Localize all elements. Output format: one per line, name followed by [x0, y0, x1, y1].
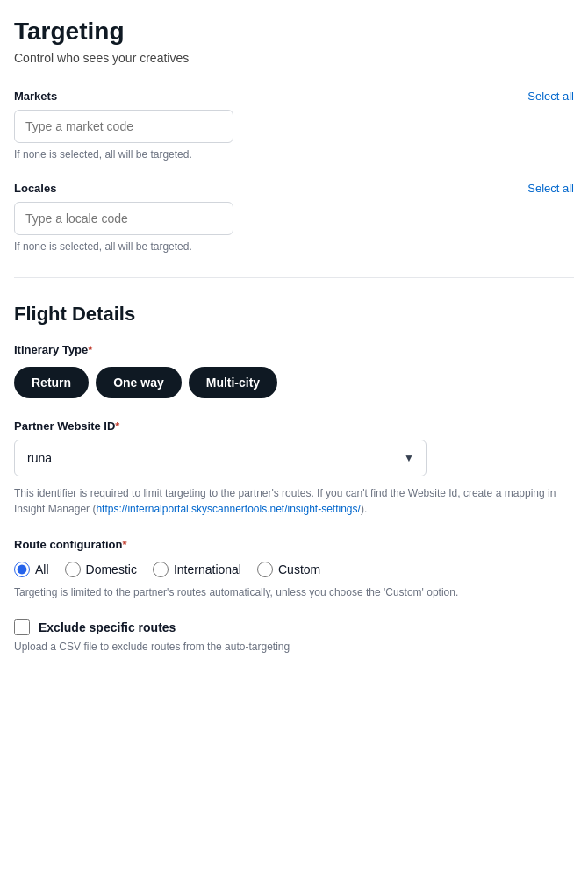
locales-label: Locales — [14, 182, 56, 195]
exclude-routes-section: Exclude specific routes Upload a CSV fil… — [14, 619, 574, 653]
route-radio-custom[interactable] — [257, 562, 273, 577]
insight-manager-link[interactable]: https://internalportal.skyscannertools.n… — [96, 503, 361, 515]
partner-website-id-group: Partner Website ID* runa ▼ This identifi… — [14, 419, 574, 517]
partner-website-select-wrapper: runa ▼ — [14, 440, 427, 476]
locales-field-header: Locales Select all — [14, 182, 574, 195]
section-divider — [14, 277, 574, 278]
partner-website-info: This identifier is required to limit tar… — [14, 485, 574, 517]
itinerary-multicity-button[interactable]: Multi-city — [189, 367, 277, 398]
itinerary-return-button[interactable]: Return — [14, 367, 89, 398]
exclude-routes-label[interactable]: Exclude specific routes — [39, 620, 176, 634]
route-option-domestic[interactable]: Domestic — [65, 562, 137, 577]
itinerary-type-group: Itinerary Type* Return One way Multi-cit… — [14, 343, 574, 398]
route-option-international[interactable]: International — [153, 562, 241, 577]
targeting-header: Targeting Control who sees your creative… — [14, 18, 574, 65]
itinerary-type-label: Itinerary Type* — [14, 343, 574, 356]
locales-select-all-button[interactable]: Select all — [527, 182, 574, 195]
exclude-routes-checkbox[interactable] — [14, 619, 30, 635]
route-config-label: Route configuration* — [14, 538, 574, 551]
itinerary-type-buttons: Return One way Multi-city — [14, 367, 574, 398]
itinerary-oneway-button[interactable]: One way — [96, 367, 182, 398]
exclude-routes-hint: Upload a CSV file to exclude routes from… — [14, 641, 574, 653]
markets-label: Markets — [14, 90, 57, 103]
route-option-all[interactable]: All — [14, 562, 49, 577]
markets-input[interactable] — [14, 110, 233, 143]
flight-details-title: Flight Details — [14, 303, 574, 326]
route-radio-all[interactable] — [14, 562, 30, 577]
page-title: Targeting — [14, 18, 574, 46]
locales-hint: If none is selected, all will be targete… — [14, 240, 574, 253]
exclude-routes-checkbox-row: Exclude specific routes — [14, 619, 574, 635]
partner-website-id-label: Partner Website ID* — [14, 419, 574, 433]
route-config-hint: Targeting is limited to the partner's ro… — [14, 586, 574, 598]
route-config-radio-group: All Domestic International Custom — [14, 562, 574, 577]
route-configuration-group: Route configuration* All Domestic Intern… — [14, 538, 574, 598]
markets-hint: If none is selected, all will be targete… — [14, 148, 574, 161]
markets-field-header: Markets Select all — [14, 90, 574, 103]
route-radio-domestic[interactable] — [65, 562, 81, 577]
markets-select-all-button[interactable]: Select all — [527, 90, 574, 103]
route-radio-international[interactable] — [153, 562, 169, 577]
partner-website-select[interactable]: runa — [14, 440, 427, 476]
locales-input[interactable] — [14, 202, 233, 235]
page-subtitle: Control who sees your creatives — [14, 51, 574, 65]
route-option-custom[interactable]: Custom — [257, 562, 320, 577]
flight-details-section: Flight Details Itinerary Type* Return On… — [14, 303, 574, 653]
markets-section: Markets Select all If none is selected, … — [14, 90, 574, 161]
locales-section: Locales Select all If none is selected, … — [14, 182, 574, 253]
